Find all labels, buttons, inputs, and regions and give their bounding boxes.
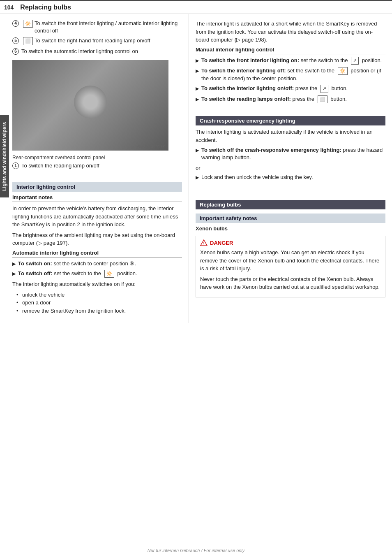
bullet-arrow-1: ▶ xyxy=(12,261,16,267)
crash-item-2: ▶ Lock and then unlock the vehicle using… xyxy=(196,174,385,181)
manual-item-1: ▶ To switch the front interior lighting … xyxy=(196,57,385,65)
num-circle-5: 5 xyxy=(12,37,19,44)
xenon-bulbs-header: Xenon bulbs xyxy=(196,225,385,233)
num-circle-6: 6 xyxy=(12,48,19,55)
crash-text-1: To switch off the crash-responsive emerg… xyxy=(201,146,385,161)
auto-on-text: To switch on: set the switch to center p… xyxy=(18,260,136,267)
auto-interior-header: Automatic interior lighting control xyxy=(12,250,182,258)
bullet-arrow-c1: ▶ xyxy=(196,147,199,153)
auto-dot-list: unlock the vehicle open a door remove th… xyxy=(16,291,182,315)
danger-header: ! DANGER xyxy=(200,239,381,246)
car-interior-image xyxy=(12,60,168,151)
manual-text-4: To switch the reading lamps on/off: pres… xyxy=(201,95,347,103)
header-bar: 104 Replacing bulbs xyxy=(0,0,392,14)
important-notes-para2: The brightness of the ambient lighting m… xyxy=(12,231,182,247)
crash-text-2: Lock and then unlock the vehicle using t… xyxy=(201,174,313,181)
danger-label: DANGER xyxy=(210,240,233,246)
img-caption: Rear-compartment overhead control panel xyxy=(12,154,182,161)
right-column: The interior light is activated for a sh… xyxy=(189,14,392,323)
dot-item-2: open a door xyxy=(16,299,182,307)
crash-item-1: ▶ To switch off the crash-responsive eme… xyxy=(196,146,385,161)
important-notes-header: Important notes xyxy=(12,194,182,202)
danger-para1: Xenon bulbs carry a high voltage. You ca… xyxy=(200,248,381,273)
auto-para: The interior lighting automatically swit… xyxy=(12,280,182,288)
manual-text-1: To switch the front interior lighting on… xyxy=(201,57,382,65)
num1-text: To switch the reading lamp on/off xyxy=(21,162,99,169)
manual-text-2: To switch the interior lighting off: set… xyxy=(201,67,385,83)
bullet-arrow-2: ▶ xyxy=(12,271,16,277)
manual-item-4: ▶ To switch the reading lamps on/off: pr… xyxy=(196,95,385,103)
danger-para2: Never touch the parts or the electrical … xyxy=(200,275,381,291)
svg-text:!: ! xyxy=(203,241,205,246)
num-circle-1: 1 xyxy=(12,162,19,169)
main-content: 4 🔆 To switch the front interior lightin… xyxy=(0,14,392,323)
icon-off-pos2: 🔆 xyxy=(338,67,348,75)
dot-item-3: remove the SmartKey from the ignition lo… xyxy=(16,307,182,315)
intro-para: The interior light is activated for a sh… xyxy=(196,20,385,44)
icon-interior-light: 🔆 xyxy=(23,20,33,28)
left-column: 4 🔆 To switch the front interior lightin… xyxy=(0,14,189,323)
manual-item-3: ▶ To switch the interior lighting on/off… xyxy=(196,85,385,93)
bullet-arrow-c2: ▶ xyxy=(196,174,199,181)
manual-item-2: ▶ To switch the interior lighting off: s… xyxy=(196,67,385,83)
danger-box: ! DANGER Xenon bulbs carry a high voltag… xyxy=(196,236,385,297)
num-item-5: 5 ⬜ To switch the right-hand front readi… xyxy=(12,37,182,45)
icon-toggle-btn: ↗ xyxy=(321,85,328,93)
num-item-4: 4 🔆 To switch the front interior lightin… xyxy=(12,20,182,35)
header-title: Replacing bulbs xyxy=(20,4,71,11)
important-notes-para1: In order to prevent the vehicle's batter… xyxy=(12,204,182,229)
num-item-1: 1 To switch the reading lamp on/off xyxy=(12,162,182,169)
manual-text-3: To switch the interior lighting on/off: … xyxy=(201,85,348,93)
num6-text: To switch the automatic interior lightin… xyxy=(21,48,138,55)
bullet-arrow-m2: ▶ xyxy=(196,68,199,74)
bullet-arrow-m1: ▶ xyxy=(196,58,199,64)
icon-off-pos: 🔆 xyxy=(104,270,114,278)
num4-text: To switch the front interior lighting / … xyxy=(35,20,182,35)
side-tab: Lights and windshield wipers xyxy=(0,115,9,197)
auto-switch-on: ▶ To switch on: set the switch to center… xyxy=(12,260,182,267)
num-circle-4: 4 xyxy=(12,20,19,27)
bullet-arrow-m4: ▶ xyxy=(196,96,199,102)
page-number: 104 xyxy=(4,4,14,11)
icon-reading-btn: ⬜ xyxy=(318,95,327,103)
crash-para: The interior lighting is activated autom… xyxy=(196,128,385,144)
interior-lighting-section-header: Interior lighting control xyxy=(12,182,182,192)
or-text: or xyxy=(196,164,385,172)
icon-reading-lamp: ⬜ xyxy=(23,37,33,45)
footer: Nur für internen Gebrauch / For internal… xyxy=(0,548,392,553)
crash-section-header: Crash-responsive emergency lighting xyxy=(196,116,385,125)
num-item-6: 6 To switch the automatic interior light… xyxy=(12,48,182,55)
danger-triangle-icon: ! xyxy=(200,239,208,246)
num5-text: To switch the right-hand front reading l… xyxy=(35,37,150,44)
safety-notes-header: Important safety notes xyxy=(196,214,385,223)
icon-on-pos: ↗ xyxy=(351,57,359,65)
image-wrapper: P82.20-3741-01 xyxy=(12,60,168,151)
auto-switch-off: ▶ To switch off: set the switch to the 🔆… xyxy=(12,270,182,278)
replacing-bulbs-header: Replacing bulbs xyxy=(196,200,385,209)
footer-text: Nur für internen Gebrauch / For internal… xyxy=(148,548,245,553)
manual-section-header: Manual interior lighting control xyxy=(196,46,385,54)
dot-item-1: unlock the vehicle xyxy=(16,291,182,299)
img-reference: P82.20-3741-01 xyxy=(136,144,166,149)
bullet-arrow-m3: ▶ xyxy=(196,86,199,92)
auto-off-text: To switch off: set the switch to the 🔆 p… xyxy=(18,270,137,278)
